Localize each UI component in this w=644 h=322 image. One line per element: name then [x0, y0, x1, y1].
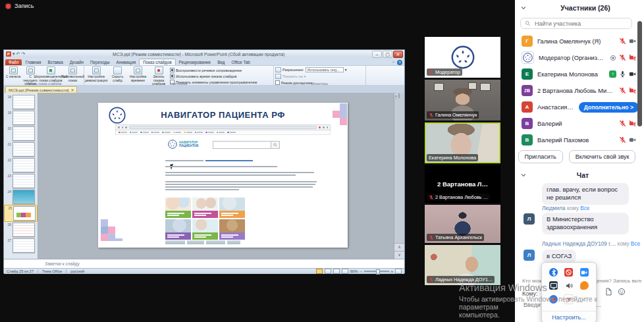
close-button[interactable]: ✕ [393, 51, 403, 58]
reading-view-button[interactable] [333, 269, 340, 274]
save-button[interactable]: ▾ [13, 51, 15, 57]
close-document-icon[interactable]: ✕ [70, 88, 74, 92]
fit-to-window-button[interactable] [395, 269, 402, 274]
unmute-button[interactable]: Включить свой звук [569, 150, 636, 163]
recipient-link[interactable]: Все [580, 205, 589, 211]
slide-thumbnail-21[interactable]: 21 [4, 142, 38, 157]
collapse-ribbon-icon[interactable]: ⌃ [392, 61, 395, 65]
slideshow-view-button[interactable] [342, 269, 348, 274]
volume-icon[interactable] [564, 281, 573, 290]
from-beginning-button[interactable]: С начала [5, 67, 21, 79]
ribbon-group-start-slideshow: С начала С текущего слайда Широковещател… [4, 66, 84, 86]
camera-icon [629, 136, 636, 144]
sender-name: Ладных Надежда ДОУ109 г.... [542, 241, 616, 247]
current-slide[interactable]: НАВИГАТОР ПАЦИЕНТА РФ [98, 103, 348, 248]
video-app-icon[interactable] [580, 268, 589, 277]
scrollbar-thumb[interactable] [398, 93, 400, 99]
video-tile-vartanova[interactable]: 2 Вартанова Л… 2 Вартанова Любовь … [425, 165, 500, 203]
video-tile-galina[interactable]: Галина Омелянчук [425, 80, 500, 121]
bookmarks-bar [115, 130, 331, 135]
video-tile-ekaterina-active-speaker[interactable]: Екатерина Молонова [425, 122, 500, 163]
antivirus-icon[interactable] [580, 281, 589, 290]
video-tile-tatiana[interactable]: Татьяна Архангельск [425, 205, 500, 243]
video-tile-ladnykh[interactable]: Ладных Надежда ДОУ1… [425, 245, 500, 285]
tab-transitions[interactable]: Переходы [87, 59, 113, 65]
normal-view-button[interactable] [316, 269, 323, 274]
partial-image-row [165, 240, 240, 244]
use-timings-checkbox[interactable]: Использовать время показа слайдов [170, 74, 257, 78]
attach-file-icon[interactable] [604, 288, 612, 296]
slide-thumbnail-26[interactable]: 26 [4, 222, 38, 238]
panel-scrollbar[interactable] [637, 21, 642, 126]
participant-row-galina[interactable]: Г Галина Омелянчук (Я) [515, 33, 639, 49]
previous-slide-button[interactable]: ∧ [394, 243, 404, 251]
zoom-slider[interactable] [364, 271, 389, 272]
play-narrations-checkbox[interactable]: Воспроизвести речевое сопровождение [170, 68, 257, 72]
tab-officetab[interactable]: Office Tab [228, 59, 254, 65]
customize-tray-link[interactable]: Настроить... [542, 311, 596, 322]
browser-app-icon[interactable] [549, 295, 558, 304]
tab-design[interactable]: Дизайн [67, 59, 87, 65]
tab-view[interactable]: Вид [214, 59, 228, 65]
blocked-app-icon[interactable] [564, 268, 573, 277]
maximize-button[interactable]: ▢ [383, 51, 392, 58]
broadcast-slideshow-button[interactable]: Широковещательный показ слайдов [40, 67, 62, 82]
bluetooth-icon[interactable] [549, 268, 558, 277]
zoom-in-button[interactable]: + [391, 269, 393, 273]
participant-search[interactable] [520, 18, 632, 29]
rehearse-timings-button[interactable]: Настройка времени [128, 67, 148, 82]
participants-header: Участники (26) [515, 0, 644, 16]
custom-slideshow-button[interactable]: Произвольный показ [63, 67, 82, 82]
slide-scrollbar[interactable]: ∧ ∧ ∨ [394, 93, 404, 259]
next-slide-button[interactable]: ∨ [394, 251, 404, 259]
scroll-up-icon[interactable]: ∧ [394, 94, 397, 99]
slide-thumbnail-22[interactable]: 22 [4, 157, 38, 173]
tab-animations[interactable]: Анимация [113, 59, 140, 65]
document-tab[interactable]: МСЭ.ppt [Режим совместимости] ✕ [5, 86, 77, 93]
hide-slide-button[interactable]: Скрыть слайд [108, 67, 127, 82]
slide-thumbnail-25-selected[interactable]: 25 [4, 205, 38, 222]
slide-thumbnail-18[interactable]: 18 [4, 94, 38, 110]
resolution-dropdown[interactable]: Разрешение:Использовать теку...▾ [275, 67, 364, 72]
ribbon-group-setup: Настройка демонстрации Скрыть слайд Наст… [84, 66, 274, 86]
tab-slideshow[interactable]: Показ слайдов [139, 59, 175, 65]
slide-thumbnail-20[interactable]: 20 [4, 126, 38, 142]
collapse-chat-icon[interactable] [520, 172, 527, 178]
text-paragraph [165, 172, 317, 176]
yandex-icon[interactable]: Y [564, 294, 574, 304]
recipient-link[interactable]: Все [631, 241, 640, 247]
camera-off-icon [629, 120, 636, 127]
participant-row-valeriy[interactable]: В Валерий [515, 115, 639, 132]
undo-button[interactable]: ↶ [16, 51, 20, 57]
setup-slideshow-button[interactable]: Настройка демонстрации [86, 67, 107, 82]
ribbon: С начала С текущего слайда Широковещател… [4, 65, 404, 86]
tab-insert[interactable]: Вставка [44, 59, 66, 65]
slide-thumbnail-27[interactable]: 27 [4, 238, 38, 254]
slide-thumbnail-19[interactable]: 19 [4, 110, 38, 126]
tab-file[interactable]: Файл [5, 59, 22, 65]
more-options-button[interactable]: Дополнительно > [579, 102, 639, 113]
participant-row-pakhomov[interactable]: В Валерий Пахомов [515, 132, 639, 148]
text-line-with-link [165, 160, 297, 161]
invite-button[interactable]: Пригласить [518, 150, 563, 163]
notes-pane[interactable]: Заметки к слайду [4, 259, 404, 268]
search-input[interactable] [533, 20, 628, 28]
show-on-dropdown[interactable]: Показать на▾ [275, 74, 364, 79]
help-icon[interactable]: ? [397, 60, 402, 65]
video-tile-moderator[interactable]: Модератор [425, 37, 500, 78]
participant-row-vartanova[interactable]: 2В 2 Вартанова Любовь Михайло... [515, 82, 639, 99]
display-app-icon[interactable] [549, 281, 558, 290]
participant-row-anastasia[interactable]: А Анастасия Лапи... Дополнительно > [515, 99, 639, 115]
emoji-icon[interactable] [618, 288, 626, 296]
slide-thumbnail-23[interactable]: 23 [4, 173, 38, 189]
participant-row-ekaterina[interactable]: Е Екатерина Молонова ↑ [515, 66, 639, 82]
slide-thumbnail-24[interactable]: 24 [4, 189, 38, 205]
collapse-participants-icon[interactable] [520, 5, 527, 11]
tab-review[interactable]: Рецензирование [176, 59, 215, 65]
slide-sorter-view-button[interactable] [325, 269, 331, 274]
participant-row-moderator[interactable]: Модератор (Организатор) [515, 49, 639, 66]
custom-show-icon [68, 67, 77, 74]
zoom-out-button[interactable]: – [360, 269, 362, 273]
tab-home[interactable]: Главная [22, 59, 44, 65]
minimize-button[interactable]: – [372, 51, 382, 58]
